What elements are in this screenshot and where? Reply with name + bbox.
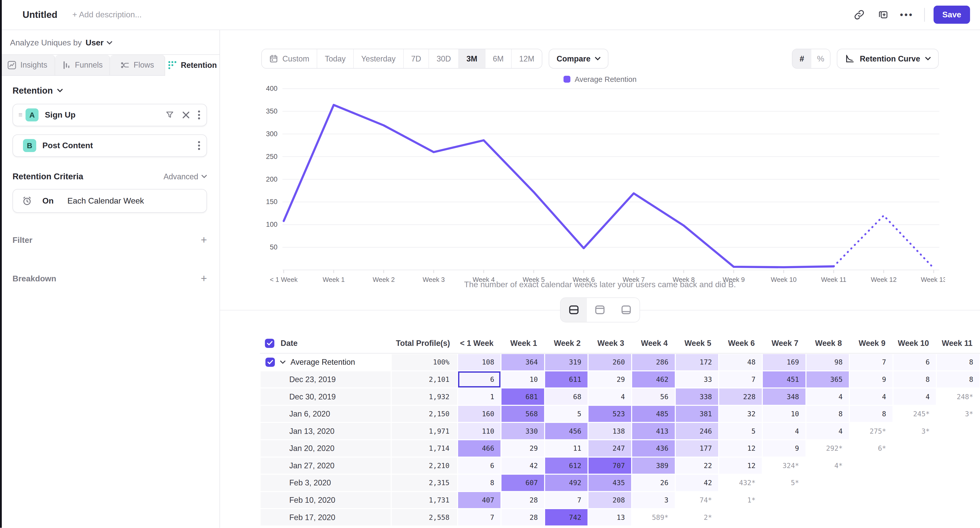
retention-cell[interactable] (936, 422, 980, 440)
retention-cell[interactable]: 324* (762, 457, 806, 474)
retention-cell[interactable] (936, 457, 980, 474)
retention-cell[interactable]: 3* (936, 405, 980, 423)
retention-cell[interactable]: 523 (588, 405, 632, 423)
retention-cell[interactable]: 681 (501, 388, 545, 405)
retention-step-a[interactable]: ≡ASign Up (13, 104, 207, 126)
retention-cell[interactable]: 42 (675, 474, 719, 492)
retention-cell[interactable]: 6* (850, 440, 893, 457)
retention-cell[interactable]: 389 (632, 457, 675, 474)
cohort-date-cell[interactable]: Jan 20, 2020 (260, 440, 391, 457)
retention-cell[interactable] (762, 492, 806, 509)
retention-cell[interactable]: 8 (458, 474, 501, 492)
criteria-interval-selector[interactable]: Each Calendar Week (67, 196, 144, 206)
add-breakdown-button[interactable]: + (201, 273, 207, 285)
tab-retention[interactable]: Retention (165, 55, 220, 76)
retention-cell[interactable]: 26 (632, 474, 675, 492)
cohort-date-cell[interactable]: Jan 13, 2020 (260, 422, 391, 440)
retention-cell[interactable]: 7 (545, 492, 588, 509)
retention-cell[interactable]: 4 (588, 388, 632, 405)
retention-cell[interactable]: 275* (850, 422, 893, 440)
retention-cell[interactable]: 42 (501, 457, 545, 474)
tab-funnels[interactable]: Funnels (55, 55, 110, 75)
retention-cell[interactable]: 160 (458, 405, 501, 423)
cohort-date-cell[interactable]: Jan 6, 2020 (260, 405, 391, 423)
retention-cell[interactable]: 177 (675, 440, 719, 457)
retention-cell[interactable]: 6 (893, 354, 937, 371)
retention-cell[interactable]: 707 (588, 457, 632, 474)
retention-cell[interactable]: 612 (545, 457, 588, 474)
retention-cell[interactable] (806, 509, 850, 526)
tab-flows[interactable]: Flows (110, 55, 165, 75)
range-yesterday[interactable]: Yesterday (354, 49, 404, 68)
retention-cell[interactable]: 286 (632, 354, 675, 371)
retention-cell[interactable]: 6 (458, 371, 501, 388)
kebab-icon[interactable] (198, 110, 200, 120)
range-6m[interactable]: 6M (485, 49, 512, 68)
criteria-on-label[interactable]: On (42, 196, 54, 206)
retention-cell[interactable] (806, 492, 850, 509)
retention-cell[interactable]: 28 (501, 509, 545, 526)
retention-cell[interactable] (936, 474, 980, 492)
analyze-entity-selector[interactable]: User (86, 38, 112, 48)
retention-cell[interactable]: 492 (545, 474, 588, 492)
retention-cell[interactable]: 74* (675, 492, 719, 509)
retention-cell[interactable]: 98 (806, 354, 850, 371)
drag-handle-icon[interactable]: ≡ (17, 111, 24, 119)
retention-cell[interactable]: 9 (762, 440, 806, 457)
retention-cell[interactable]: 110 (458, 422, 501, 440)
average-row-label-cell[interactable]: Average Retention (260, 354, 391, 371)
report-title[interactable]: Untitled (22, 10, 57, 20)
retention-cell[interactable]: 5 (719, 422, 762, 440)
cohort-date-cell[interactable]: Jan 27, 2020 (260, 457, 391, 474)
tab-insights[interactable]: Insights (0, 55, 55, 75)
cohort-date-cell[interactable]: Feb 3, 2020 (260, 474, 391, 492)
retention-cell[interactable]: 568 (501, 405, 545, 423)
retention-cell[interactable]: 10 (501, 371, 545, 388)
retention-cell[interactable]: 2* (675, 509, 719, 526)
retention-cell[interactable]: 435 (588, 474, 632, 492)
retention-cell[interactable]: 485 (632, 405, 675, 423)
retention-cell[interactable]: 208 (588, 492, 632, 509)
add-description-button[interactable]: + Add description... (73, 10, 142, 19)
retention-cell[interactable]: 381 (675, 405, 719, 423)
retention-cell[interactable]: 456 (545, 422, 588, 440)
retention-cell[interactable] (893, 440, 937, 457)
retention-cell[interactable]: 4* (806, 457, 850, 474)
retention-section-header[interactable]: Retention (13, 86, 207, 96)
retention-cell[interactable] (893, 457, 937, 474)
retention-cell[interactable]: 3 (632, 492, 675, 509)
range-30d[interactable]: 30D (429, 49, 459, 68)
retention-cell[interactable]: 432* (719, 474, 762, 492)
retention-cell[interactable]: 319 (545, 354, 588, 371)
retention-cell[interactable]: 247 (588, 440, 632, 457)
retention-cell[interactable]: 22 (675, 457, 719, 474)
retention-cell[interactable] (893, 474, 937, 492)
retention-cell[interactable]: 10 (762, 405, 806, 423)
retention-cell[interactable]: 29 (501, 440, 545, 457)
kebab-icon[interactable] (198, 141, 200, 151)
retention-cell[interactable]: 451 (762, 371, 806, 388)
retention-cell[interactable]: 245* (893, 405, 937, 423)
compare-button[interactable]: Compare (549, 49, 609, 69)
retention-cell[interactable]: 436 (632, 440, 675, 457)
retention-cell[interactable]: 330 (501, 422, 545, 440)
save-button[interactable]: Save (934, 6, 970, 24)
range-3m[interactable]: 3M (459, 49, 485, 68)
close-icon[interactable] (182, 111, 189, 119)
retention-cell[interactable]: 1* (719, 492, 762, 509)
retention-curve-chart[interactable]: 40035030025020015010050< 1 WeekWeek 1Wee… (255, 82, 945, 290)
retention-cell[interactable]: 6 (458, 457, 501, 474)
bottom-panel-view-button[interactable] (613, 298, 639, 322)
retention-cell[interactable]: 12 (719, 457, 762, 474)
retention-cell[interactable]: 611 (545, 371, 588, 388)
retention-cell[interactable] (762, 509, 806, 526)
cohort-date-cell[interactable]: Feb 17, 2020 (260, 509, 391, 526)
retention-cell[interactable]: 5 (545, 405, 588, 423)
retention-cell[interactable]: 338 (675, 388, 719, 405)
percent-mode-button[interactable]: % (811, 49, 830, 68)
retention-step-b[interactable]: BPost Content (13, 135, 207, 157)
absolute-mode-button[interactable]: # (792, 49, 811, 68)
retention-cell[interactable]: 8 (936, 371, 980, 388)
retention-cell[interactable]: 246 (675, 422, 719, 440)
retention-cell[interactable] (936, 492, 980, 509)
